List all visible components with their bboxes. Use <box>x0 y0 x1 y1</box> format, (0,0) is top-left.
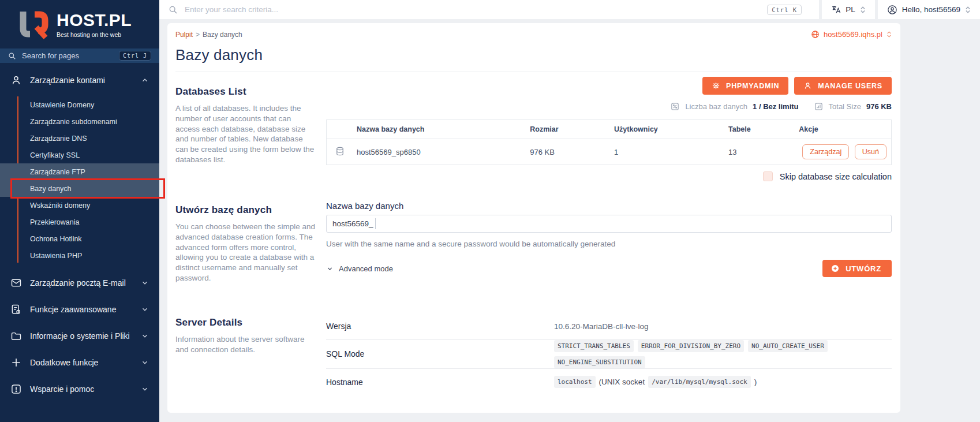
db-name-input[interactable] <box>326 215 892 233</box>
advanced-mode-label: Advanced mode <box>339 264 393 273</box>
cell-db-tables: 13 <box>724 139 794 165</box>
sidebar-item-label: Wskaźniki domeny <box>30 201 90 210</box>
search-icon <box>169 5 178 14</box>
sidebar-item-label: Certyfikaty SSL <box>30 151 80 159</box>
sidebar-group-extra[interactable]: Dodatkowe funkcje <box>0 349 159 376</box>
gear-icon <box>712 81 720 90</box>
user-circle-icon <box>887 5 897 15</box>
translate-icon <box>831 5 841 14</box>
total-size-icon <box>814 102 824 111</box>
user-menu[interactable]: Hello, host56569 <box>875 0 980 19</box>
database-icon <box>335 146 345 156</box>
sidebar-section-accounts[interactable]: Zarządzanie kontami <box>0 63 159 94</box>
sidebar-search[interactable]: Search for pages Ctrl J <box>0 48 159 63</box>
table-header-row: Nazwa bazy danych Rozmiar Użytkownicy Ta… <box>327 120 892 139</box>
chevron-up-down-icon <box>887 31 892 38</box>
databases-count-icon <box>670 102 680 111</box>
version-row: Wersja 10.6.20-MariaDB-cll-lve-log <box>326 313 892 340</box>
language-selector[interactable]: PL <box>819 0 875 19</box>
stat-value: 976 KB <box>866 102 892 111</box>
breadcrumb-current: Bazy danych <box>203 31 242 39</box>
domain-selector[interactable]: host56569.iqhs.pl <box>811 30 892 39</box>
sidebar-item-label: Zarządzanie subdomenami <box>30 118 117 126</box>
global-search-input[interactable] <box>185 5 760 14</box>
chevron-down-icon <box>141 358 149 367</box>
sql-mode-chip: STRICT_TRANS_TABLES <box>554 340 634 352</box>
sidebar: HOST.PL Best hosting on the web Search f… <box>0 0 159 422</box>
section-heading: Databases List <box>175 86 317 98</box>
sidebar-item-ftp[interactable]: Zarządzanie FTP <box>0 163 159 180</box>
sidebar-item-ssl[interactable]: Certyfikaty SSL <box>0 147 159 163</box>
cell-db-size: 976 KB <box>525 139 609 165</box>
stat-value: 1 / Bez limitu <box>753 102 798 111</box>
databases-table: Nazwa bazy danych Rozmiar Użytkownicy Ta… <box>326 119 892 165</box>
chevron-up-down-icon <box>965 6 971 14</box>
phpmyadmin-button[interactable]: PHPMYADMIN <box>702 77 788 95</box>
sidebar-item-subdomeny[interactable]: Zarządzanie subdomenami <box>0 113 159 130</box>
button-label: MANAGE USERS <box>818 82 882 90</box>
hostname-row: Hostname localhost (UNIX socket /var/lib… <box>326 369 892 395</box>
section-description: Information about the server software an… <box>175 334 317 355</box>
breadcrumb-separator: > <box>196 31 200 39</box>
col-header-users: Użytkownicy <box>609 120 724 139</box>
sql-mode-values: STRICT_TRANS_TABLES ERROR_FOR_DIVISION_B… <box>554 340 892 368</box>
manage-users-button[interactable]: MANAGE USERS <box>794 77 892 95</box>
sidebar-item-label: Przekierowania <box>30 218 79 226</box>
sidebar-group-label: Zarządzanie pocztą E-mail <box>30 278 126 287</box>
sidebar-item-ustawienie-domeny[interactable]: Ustawienie Domeny <box>0 96 159 113</box>
content-card: Pulpit > Bazy danych host56569.iqhs.pl B… <box>167 23 900 413</box>
sql-mode-chip: NO_ENGINE_SUBSTITUTION <box>554 356 645 368</box>
database-stats: Liczba baz danych 1 / Bez limitu Total S… <box>326 102 892 111</box>
sidebar-item-wskazniki[interactable]: Wskaźniki domeny <box>0 197 159 214</box>
sidebar-section-label: Zarządzanie kontami <box>30 76 105 85</box>
hostname-chip: localhost <box>554 376 596 388</box>
breadcrumb-home-link[interactable]: Pulpit <box>175 31 193 39</box>
hostname-label: Hostname <box>326 378 554 387</box>
db-name-helper: User with the same name and a secure pas… <box>326 240 892 248</box>
sidebar-item-label: Ochrona Hotlink <box>30 235 82 243</box>
chevron-down-icon <box>326 265 334 272</box>
sql-mode-chip: NO_AUTO_CREATE_USER <box>748 340 828 352</box>
create-button[interactable]: UTWÓRZ <box>822 260 892 277</box>
logo[interactable]: HOST.PL Best hosting on the web <box>0 0 159 47</box>
total-size-stat: Total Size 976 KB <box>814 102 892 111</box>
skip-size-checkbox[interactable] <box>763 171 773 181</box>
delete-db-button[interactable]: Usuń <box>855 144 887 159</box>
sidebar-search-label: Search for pages <box>22 51 79 60</box>
databases-list-section: Databases List A list of all databases. … <box>175 72 892 181</box>
sidebar-submenu: Ustawienie Domeny Zarządzanie subdomenam… <box>0 94 159 270</box>
sidebar-group-email[interactable]: Zarządzanie pocztą E-mail <box>0 270 159 296</box>
sidebar-search-shortcut: Ctrl J <box>119 51 151 61</box>
section-heading: Utwórz bazę danych <box>175 204 317 216</box>
sidebar-item-label: Zarządzanie DNS <box>30 135 87 143</box>
sidebar-group-advanced[interactable]: Funkcje zaawansowane <box>0 296 159 323</box>
manage-db-button[interactable]: Zarządzaj <box>802 144 849 159</box>
sidebar-group-system-files[interactable]: Informacje o systemie i Pliki <box>0 323 159 349</box>
cell-db-name: host56569_sp6850 <box>352 139 525 165</box>
sql-mode-label: SQL Mode <box>326 349 554 358</box>
col-header-size: Rozmiar <box>525 120 609 139</box>
chevron-down-icon <box>141 305 149 313</box>
sidebar-item-bazy-danych[interactable]: Bazy danych <box>0 180 159 197</box>
sidebar-item-hotlink[interactable]: Ochrona Hotlink <box>0 230 159 247</box>
chevron-down-icon <box>141 332 149 340</box>
create-database-section: Utwórz bazę danych You can choose betwee… <box>175 201 892 283</box>
sidebar-item-dns[interactable]: Zarządzanie DNS <box>0 130 159 147</box>
brand-tagline: Best hosting on the web <box>57 31 132 38</box>
version-label: Wersja <box>326 322 554 331</box>
stat-label: Total Size <box>829 102 861 111</box>
plus-circle-icon <box>831 264 840 273</box>
sidebar-item-label: Ustawienie Domeny <box>30 101 94 109</box>
databases-count-stat: Liczba baz danych 1 / Bez limitu <box>670 102 798 111</box>
sidebar-item-php[interactable]: Ustawienia PHP <box>0 247 159 264</box>
page-title: Bazy danych <box>175 46 892 64</box>
hostname-text: (UNIX socket <box>599 378 645 386</box>
cell-db-users: 1 <box>609 139 724 165</box>
search-shortcut-badge: Ctrl K <box>767 5 802 15</box>
sidebar-item-przekierowania[interactable]: Przekierowania <box>0 214 159 230</box>
sidebar-group-support[interactable]: Wsparcie i pomoc <box>0 376 159 402</box>
chevron-up-down-icon <box>860 6 866 14</box>
advanced-mode-toggle[interactable]: Advanced mode <box>326 264 393 273</box>
col-header-tables: Tabele <box>724 120 794 139</box>
user-greeting: Hello, host56569 <box>902 5 960 14</box>
